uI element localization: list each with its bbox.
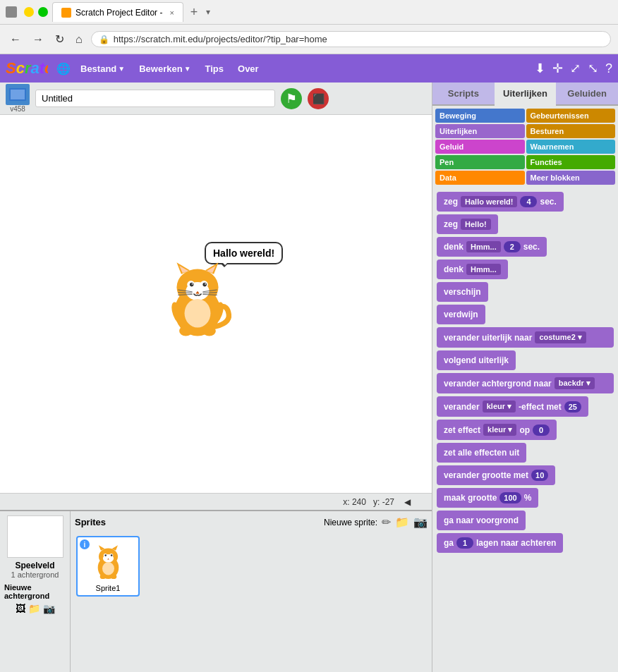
sprite-image [87, 540, 129, 582]
block-show[interactable]: verschijn [437, 282, 488, 302]
new-sprite-area: Nieuwe sprite: ✏ 📁 📷 [324, 515, 428, 529]
block-change-effect[interactable]: verander kleur ▾ -effect met 25 [437, 396, 588, 417]
language-button[interactable]: 🌐 [56, 62, 71, 75]
left-panel: v458 ⚑ ⬛ Hallo wereld! [0, 83, 432, 672]
browser-tab[interactable]: Scratch Project Editor - × [52, 2, 183, 22]
scratch-main: v458 ⚑ ⬛ Hallo wereld! [0, 83, 618, 672]
upload-icon[interactable]: ✛ [552, 61, 563, 76]
url-text: https://scratch.mit.edu/projects/editor/… [114, 34, 327, 44]
stage-mini-view[interactable] [7, 515, 63, 558]
forward-button[interactable]: → [30, 32, 47, 47]
block-think-time[interactable]: denk Hmm... 2 sec. [437, 237, 547, 257]
new-bg-label: Nieuwe achtergrond [4, 583, 66, 600]
block-change-size[interactable]: verander grootte met 10 [437, 465, 555, 485]
svg-point-35 [104, 554, 107, 556]
svg-point-36 [110, 554, 112, 556]
maximize-button[interactable] [38, 7, 48, 17]
cat-control-button[interactable]: Besturen [526, 124, 616, 138]
sprite-info-icon[interactable]: i [80, 539, 90, 549]
block-set-size-row: maak grootte 100 % [437, 488, 614, 508]
browser-addressbar: ← → ↻ ⌂ 🔒 https://scratch.mit.edu/projec… [0, 25, 618, 54]
topbar-right: ⬇ ✛ ⤢ ⤡ ? [535, 61, 612, 76]
cat-sensing-button[interactable]: Waarnemen [526, 140, 616, 154]
block-go-back-row: ga 1 lagen naar achteren [437, 533, 614, 553]
menu-bestand[interactable]: Bestand ▼ [76, 61, 129, 77]
stage-bg-count: 1 achtergrond [11, 570, 59, 579]
project-name-input[interactable] [35, 90, 275, 107]
back-button[interactable]: ← [7, 32, 24, 47]
window-icon [6, 6, 17, 18]
camera-sprite-button[interactable]: 📷 [413, 515, 428, 529]
download-icon[interactable]: ⬇ [535, 61, 545, 76]
block-switch-backdrop[interactable]: verander achtergrond naar backdr ▾ [437, 373, 614, 393]
tab-menu-button[interactable]: ▾ [206, 7, 210, 17]
cat-looks-button[interactable]: Uiterlijken [435, 124, 525, 138]
address-bar[interactable]: 🔒 https://scratch.mit.edu/projects/edito… [91, 31, 611, 47]
lock-icon: 🔒 [99, 35, 109, 44]
paint-bg-icon[interactable]: 🖼 [16, 603, 25, 614]
turbo-icon[interactable]: ⤡ [588, 61, 598, 76]
block-next-costume-row: volgend uiterlijk [437, 350, 614, 370]
sprites-list: Sprites Nieuwe sprite: ✏ 📁 📷 i [71, 511, 432, 672]
menu-bewerken[interactable]: Bewerken ▼ [135, 61, 195, 77]
fullscreen-icon[interactable]: ⤢ [570, 61, 581, 76]
cat-events-button[interactable]: Gebeurtenissen [526, 109, 616, 123]
camera-bg-icon[interactable]: 📷 [43, 603, 55, 614]
minimize-button[interactable] [24, 7, 34, 17]
svg-point-12 [190, 283, 194, 287]
cat-operators-button[interactable]: Functies [526, 155, 616, 169]
block-clear-effects[interactable]: zet alle effecten uit [437, 443, 526, 463]
home-button[interactable]: ⌂ [73, 32, 85, 47]
block-switch-costume[interactable]: verander uiterlijk naar costume2 ▾ [437, 327, 614, 348]
sprites-panel: Speelveld 1 achtergrond Nieuwe achtergro… [0, 510, 432, 672]
y-coord: y: -27 [373, 497, 394, 507]
tab-scripts[interactable]: Scripts [432, 83, 495, 106]
collapse-icon[interactable]: ◀ [404, 497, 411, 507]
tab-close-button[interactable]: × [169, 8, 174, 17]
block-go-back[interactable]: ga 1 lagen naar achteren [437, 533, 563, 553]
block-hide-row: verdwijn [437, 305, 614, 324]
new-sprite-label: Nieuwe sprite: [324, 518, 377, 527]
cat-sprite[interactable] [155, 256, 240, 348]
block-go-front[interactable]: ga naar voorgrond [437, 511, 526, 530]
cat-sound-button[interactable]: Geluid [435, 140, 525, 154]
tab-geluiden[interactable]: Geluiden [556, 83, 618, 106]
browser-titlebar: Scratch Project Editor - × + ▾ [0, 0, 618, 25]
block-hide[interactable]: verdwijn [437, 305, 485, 324]
scratch-logo: Scratch [6, 58, 48, 80]
block-change-effect-row: verander kleur ▾ -effect met 25 [437, 396, 614, 417]
upload-bg-icon[interactable]: 📁 [28, 603, 40, 614]
tab-uiterlijken[interactable]: Uiterlijken [495, 83, 557, 106]
stage-thumbnail[interactable] [6, 84, 30, 105]
block-switch-costume-row: verander uiterlijk naar costume2 ▾ [437, 327, 614, 348]
cat-data-button[interactable]: Data [435, 171, 525, 185]
block-think[interactable]: denk Hmm... [437, 259, 508, 279]
menu-tips[interactable]: Tips [201, 61, 229, 77]
help-icon[interactable]: ? [605, 61, 612, 76]
bestand-arrow-icon: ▼ [118, 65, 125, 73]
sprite-item[interactable]: i [76, 536, 140, 597]
refresh-button[interactable]: ↻ [52, 31, 67, 47]
block-set-size[interactable]: maak grootte 100 % [437, 488, 538, 508]
menu-over[interactable]: Over [234, 61, 263, 77]
green-flag-button[interactable]: ⚑ [281, 88, 302, 109]
version-label: v458 [10, 105, 25, 113]
block-say-time[interactable]: zeg Hallo wereld! 4 sec. [437, 192, 564, 212]
x-coord: x: 240 [343, 497, 366, 507]
block-say[interactable]: zeg Hello! [437, 214, 498, 234]
cat-pen-button[interactable]: Pen [435, 155, 525, 169]
svg-point-24 [179, 326, 192, 336]
block-go-front-row: ga naar voorgrond [437, 511, 614, 530]
new-tab-button[interactable]: + [190, 5, 198, 20]
block-set-effect[interactable]: zet effect kleur ▾ op 0 [437, 420, 557, 440]
cat-motion-button[interactable]: Beweging [435, 109, 525, 123]
paint-sprite-button[interactable]: ✏ [382, 515, 391, 529]
svg-point-23 [185, 299, 211, 328]
upload-sprite-button[interactable]: 📁 [395, 515, 409, 529]
sprite-name: Sprite1 [96, 584, 121, 592]
bewerken-arrow-icon: ▼ [184, 65, 191, 73]
block-next-costume[interactable]: volgend uiterlijk [437, 350, 516, 370]
cat-more-button[interactable]: Meer blokken [526, 171, 616, 185]
stop-button[interactable]: ⬛ [308, 88, 329, 109]
block-show-row: verschijn [437, 282, 614, 302]
